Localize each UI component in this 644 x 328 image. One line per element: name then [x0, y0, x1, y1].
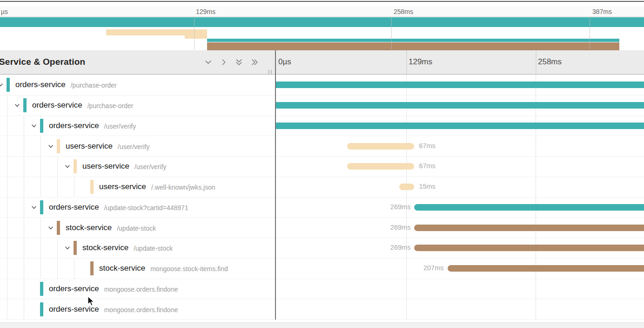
header-tick-separator [406, 50, 407, 74]
minimap-span-block-stock-spans-brown [207, 42, 619, 50]
span-tree-cell[interactable]: orders-service/purchase-order [0, 75, 275, 95]
header-tick-label: 258ms [538, 57, 562, 67]
tree-indent-guide [57, 238, 58, 258]
span-duration-bar[interactable] [347, 163, 414, 170]
span-duration-bar[interactable] [448, 265, 644, 272]
span-row[interactable]: orders-service/update-stock?cartid=44897… [0, 198, 644, 218]
span-tree-cell[interactable]: orders-servicemongoose.orders.findone [0, 299, 275, 319]
expand-one-icon[interactable] [218, 57, 229, 68]
span-duration-bar[interactable] [414, 245, 644, 251]
span-duration-bar[interactable] [276, 102, 644, 109]
tree-indent-guide [74, 259, 74, 279]
span-duration-label: 15ms [419, 183, 435, 190]
span-tree-cell[interactable]: stock-servicemongoose.stock-items.find [0, 259, 275, 279]
tree-indent-guide [40, 238, 41, 258]
tree-indent-guide [7, 259, 7, 279]
span-row[interactable]: orders-service/purchase-order [0, 75, 644, 96]
span-row[interactable]: stock-service/update-stock269ms [0, 218, 644, 238]
panel-divider[interactable] [275, 50, 276, 320]
span-labels: orders-service/purchase-order [32, 96, 134, 116]
span-timeline-cell [276, 116, 644, 136]
span-expand-chevron-icon[interactable] [47, 143, 54, 151]
tree-indent-guide [24, 177, 24, 197]
trace-minimap[interactable]: µs129ms258ms387ms [0, 0, 644, 50]
span-tree-cell[interactable]: orders-service/user/verify [0, 116, 275, 136]
tree-indent-guide [74, 177, 74, 197]
tree-indent-guide [7, 218, 7, 238]
span-labels: users-service/.well-known/jwks.json [99, 177, 215, 197]
span-labels: orders-service/user/verify [49, 116, 136, 136]
span-expand-chevron-icon[interactable] [0, 82, 4, 90]
span-tree-cell[interactable]: users-service/user/verify [0, 136, 275, 156]
span-labels: users-service/user/verify [66, 136, 150, 156]
span-row[interactable]: users-service/.well-known/jwks.json15ms [0, 177, 644, 198]
span-labels: orders-service/purchase-order [15, 75, 117, 95]
span-row[interactable]: orders-service/purchase-order [0, 96, 644, 116]
span-expand-chevron-icon[interactable] [14, 102, 20, 110]
service-color-bar [40, 282, 43, 296]
tree-indent-guide [7, 198, 7, 218]
minimap-tick-line [391, 17, 392, 49]
span-timeline-cell [276, 75, 644, 95]
span-tree-cell[interactable]: stock-service/update-stock [0, 218, 275, 238]
minimap-axis-label: 387ms [592, 8, 612, 15]
span-tree-cell[interactable]: orders-servicemongoose.orders.findone [0, 279, 275, 299]
tree-indent-guide [24, 198, 24, 218]
expand-all-icon[interactable] [249, 57, 260, 68]
span-tree-cell[interactable]: stock-service/update-stock [0, 238, 275, 258]
span-duration-bar[interactable] [347, 143, 414, 150]
service-color-bar [7, 78, 10, 92]
operation-name: /update-stock [134, 244, 173, 252]
span-timeline-cell: 67ms [276, 157, 644, 177]
service-color-bar [23, 98, 27, 112]
tree-indent-guide [57, 157, 58, 177]
service-name: users-service [66, 142, 113, 151]
tree-indent-guide [40, 218, 41, 238]
span-duration-bar[interactable] [414, 225, 644, 231]
collapse-all-icon[interactable] [234, 57, 244, 68]
span-tree-cell[interactable]: users-service/user/verify [0, 157, 275, 177]
service-color-bar [40, 302, 43, 316]
service-name: users-service [82, 162, 129, 171]
service-name: orders-service [49, 121, 99, 130]
span-timeline-cell [276, 299, 644, 319]
collapse-one-icon[interactable] [203, 57, 214, 68]
span-row[interactable]: stock-servicemongoose.stock-items.find20… [0, 259, 644, 279]
tree-indent-guide [7, 299, 7, 319]
minimap-span-block-update-stock-teal [207, 39, 619, 42]
operation-name: mongoose.stock-items.find [150, 264, 228, 273]
bottom-scrollbar-track[interactable] [0, 322, 644, 328]
span-tree-cell[interactable]: orders-service/purchase-order [0, 96, 275, 116]
service-name: stock-service [99, 264, 145, 273]
tree-indent-guide [24, 259, 24, 279]
span-expand-chevron-icon[interactable] [31, 123, 37, 131]
span-duration-bar[interactable] [276, 82, 644, 88]
span-row[interactable]: stock-service/update-stock269ms [0, 238, 644, 259]
span-row[interactable]: users-service/user/verify67ms [0, 136, 644, 157]
operation-name: mongoose.orders.findone [104, 285, 178, 293]
span-duration-bar[interactable] [414, 204, 644, 211]
service-name: orders-service [49, 284, 99, 294]
operation-name: /update-stock?cartid=448971 [104, 203, 188, 212]
column-resizer-handle[interactable] [268, 70, 273, 75]
span-expand-chevron-icon[interactable] [64, 245, 71, 253]
tree-indent-guide [24, 116, 24, 136]
span-duration-bar[interactable] [399, 184, 414, 190]
timeline-gridline [536, 75, 536, 319]
span-tree-cell[interactable]: orders-service/update-stock?cartid=44897… [0, 198, 275, 218]
span-expand-chevron-icon[interactable] [64, 163, 71, 171]
span-timeline-cell: 207ms [276, 259, 644, 279]
tree-indent-guide [24, 299, 24, 319]
span-labels: stock-service/update-stock [82, 238, 173, 258]
span-tree-cell[interactable]: users-service/.well-known/jwks.json [0, 177, 275, 197]
service-name: stock-service [66, 223, 112, 232]
span-expand-chevron-icon[interactable] [31, 204, 37, 212]
span-rows-area: orders-service/purchase-orderorders-serv… [0, 75, 644, 320]
operation-name: mongoose.orders.findone [104, 305, 178, 314]
tree-indent-guide [24, 238, 24, 258]
span-row[interactable]: users-service/user/verify67ms [0, 157, 644, 177]
span-expand-chevron-icon[interactable] [47, 225, 54, 233]
tree-indent-guide [7, 157, 7, 177]
span-row[interactable]: orders-service/user/verify [0, 116, 644, 137]
span-duration-bar[interactable] [276, 123, 644, 129]
